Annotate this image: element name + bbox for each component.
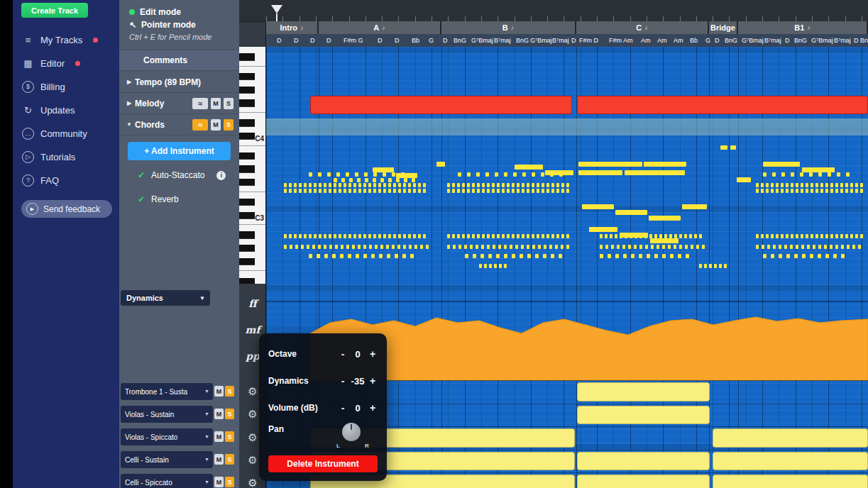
create-track-button[interactable]: Create Track xyxy=(21,3,88,18)
note[interactable] xyxy=(295,245,298,249)
note[interactable] xyxy=(373,178,376,182)
note[interactable] xyxy=(504,172,507,177)
note[interactable] xyxy=(373,183,376,187)
note[interactable] xyxy=(840,234,843,238)
instrument-select[interactable]: Violas - Spiccato▼ xyxy=(121,428,213,445)
note[interactable] xyxy=(348,234,351,238)
gear-icon[interactable]: ⚙ xyxy=(246,431,260,444)
info-icon[interactable]: i xyxy=(216,171,226,180)
note[interactable] xyxy=(383,172,386,177)
note[interactable] xyxy=(339,234,341,238)
note[interactable] xyxy=(353,183,356,187)
note[interactable] xyxy=(810,254,813,258)
black-key[interactable] xyxy=(239,199,255,206)
black-key[interactable] xyxy=(239,179,255,186)
note[interactable] xyxy=(447,183,450,187)
note[interactable] xyxy=(309,254,312,258)
note[interactable] xyxy=(388,178,392,182)
note[interactable] xyxy=(521,245,524,249)
note[interactable] xyxy=(344,189,346,193)
note[interactable] xyxy=(625,170,685,175)
note[interactable] xyxy=(649,216,681,221)
note[interactable] xyxy=(542,183,544,187)
note[interactable] xyxy=(426,245,429,249)
note[interactable] xyxy=(559,254,562,258)
note[interactable] xyxy=(546,189,549,193)
note[interactable] xyxy=(786,189,789,193)
note[interactable] xyxy=(388,189,391,193)
note[interactable] xyxy=(339,189,341,193)
note[interactable] xyxy=(488,254,492,258)
note[interactable] xyxy=(319,234,322,238)
note[interactable] xyxy=(813,245,815,249)
note[interactable] xyxy=(504,264,507,268)
note[interactable] xyxy=(380,245,383,249)
note[interactable] xyxy=(546,183,549,187)
note[interactable] xyxy=(369,245,372,249)
note[interactable] xyxy=(512,254,515,258)
note[interactable] xyxy=(335,245,338,249)
sidebar-item-editor[interactable]: ▦Editor xyxy=(13,52,119,75)
note[interactable] xyxy=(825,234,828,238)
black-key[interactable] xyxy=(239,278,255,284)
note[interactable] xyxy=(685,245,688,249)
note[interactable] xyxy=(650,238,679,243)
note[interactable] xyxy=(551,234,554,238)
note[interactable] xyxy=(299,189,302,193)
note[interactable] xyxy=(334,178,337,182)
note[interactable] xyxy=(600,245,603,249)
note[interactable] xyxy=(689,234,692,238)
note[interactable] xyxy=(413,183,416,187)
note[interactable] xyxy=(542,189,544,193)
note[interactable] xyxy=(294,234,297,238)
note[interactable] xyxy=(527,189,529,193)
note[interactable] xyxy=(517,189,520,193)
note[interactable] xyxy=(458,172,461,177)
note[interactable] xyxy=(691,245,693,249)
note[interactable] xyxy=(801,245,804,249)
section-header-intro[interactable]: Intro♪ xyxy=(266,21,319,34)
note[interactable] xyxy=(462,189,465,193)
note[interactable] xyxy=(556,183,559,187)
note[interactable] xyxy=(452,189,455,193)
black-key[interactable] xyxy=(239,165,255,172)
note[interactable] xyxy=(363,245,366,249)
note[interactable] xyxy=(634,234,637,238)
timeline-ruler[interactable] xyxy=(239,0,868,22)
note[interactable] xyxy=(294,189,297,193)
note[interactable] xyxy=(807,245,810,249)
instrument-mute-button[interactable]: M xyxy=(214,409,224,419)
note[interactable] xyxy=(578,170,622,175)
note[interactable] xyxy=(477,189,480,193)
note[interactable] xyxy=(532,183,534,187)
note[interactable] xyxy=(403,245,406,249)
note[interactable] xyxy=(625,234,627,238)
instrument-select[interactable]: Violas - Sustain▼ xyxy=(121,406,213,423)
note[interactable] xyxy=(368,234,371,238)
note[interactable] xyxy=(452,234,455,238)
note[interactable] xyxy=(860,183,863,187)
instrument-mute-button[interactable]: M xyxy=(214,431,224,442)
note[interactable] xyxy=(393,234,396,238)
note[interactable] xyxy=(662,245,665,249)
note[interactable] xyxy=(467,189,470,193)
note[interactable] xyxy=(532,234,534,238)
note[interactable] xyxy=(479,264,482,268)
note[interactable] xyxy=(537,189,539,193)
note[interactable] xyxy=(694,234,697,238)
note[interactable] xyxy=(674,234,677,238)
note[interactable] xyxy=(696,245,699,249)
note[interactable] xyxy=(806,189,808,193)
note[interactable] xyxy=(815,234,818,238)
note[interactable] xyxy=(309,172,312,177)
note[interactable] xyxy=(537,234,539,238)
note[interactable] xyxy=(600,234,603,238)
note[interactable] xyxy=(436,162,445,167)
note[interactable] xyxy=(631,254,634,258)
note[interactable] xyxy=(835,234,838,238)
black-key[interactable] xyxy=(239,245,255,252)
section-header-a[interactable]: A♪ xyxy=(319,21,441,34)
note[interactable] xyxy=(776,189,779,193)
note[interactable] xyxy=(318,172,322,177)
lane-region-block[interactable] xyxy=(713,475,868,488)
